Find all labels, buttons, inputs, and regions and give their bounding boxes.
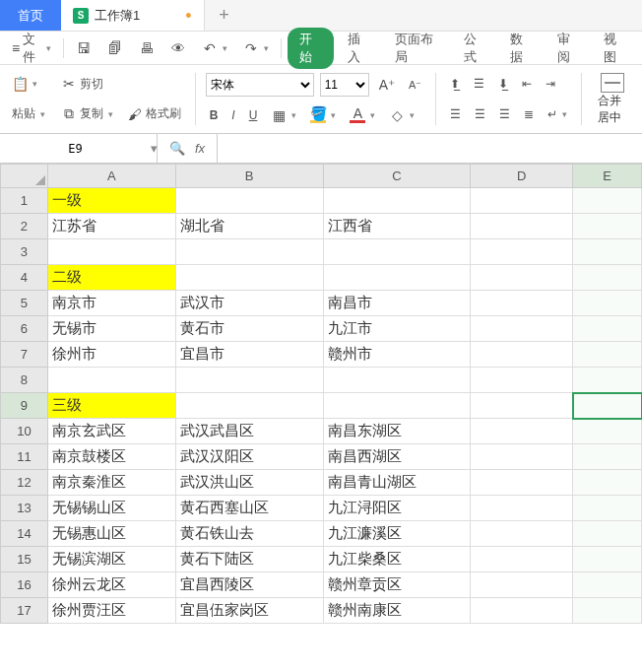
justify-button[interactable]: ≣ (520, 105, 538, 123)
cell-D2[interactable] (471, 214, 573, 239)
cell-D8[interactable] (471, 368, 573, 393)
font-size-select[interactable]: 11 (320, 73, 369, 97)
cell-B13[interactable]: 黄石西塞山区 (175, 496, 323, 521)
cell-E8[interactable] (573, 368, 642, 393)
row-header-5[interactable]: 5 (1, 291, 48, 316)
align-center-button[interactable]: ☰ (471, 105, 489, 123)
border-button[interactable]: ▦ (267, 105, 300, 125)
cell-A6[interactable]: 无锡市 (47, 316, 175, 342)
cell-B11[interactable]: 武汉汉阳区 (175, 444, 323, 470)
cell-A8[interactable] (47, 368, 175, 393)
cell-E14[interactable] (573, 521, 642, 547)
tab-view[interactable]: 视图 (594, 27, 636, 70)
italic-button[interactable]: I (227, 106, 238, 124)
cell-B1[interactable] (175, 188, 323, 214)
cell-C8[interactable] (323, 368, 471, 393)
increase-font-button[interactable]: A⁺ (375, 75, 399, 95)
cell-A14[interactable]: 无锡惠山区 (47, 521, 175, 547)
row-header-2[interactable]: 2 (1, 214, 48, 239)
cell-D1[interactable] (471, 188, 573, 214)
cell-B15[interactable]: 黄石下陆区 (175, 547, 323, 572)
qat-undo[interactable]: ↶ (196, 36, 233, 60)
copy-button[interactable]: ⧉复制 (57, 103, 117, 124)
font-select[interactable]: 宋体 (206, 73, 314, 97)
name-box-input[interactable] (0, 134, 151, 163)
cell-C14[interactable]: 九江濂溪区 (323, 521, 471, 547)
row-header-10[interactable]: 10 (1, 419, 48, 444)
cell-E12[interactable] (573, 470, 642, 496)
cell-E10[interactable] (573, 419, 642, 444)
cell-B3[interactable] (175, 239, 323, 265)
cell-D10[interactable] (471, 419, 573, 444)
cell-C10[interactable]: 南昌东湖区 (323, 419, 471, 444)
qat-save-as[interactable]: 🗐 (101, 36, 129, 60)
cell-A3[interactable] (47, 239, 175, 265)
cell-C2[interactable]: 江西省 (323, 214, 471, 239)
cell-B2[interactable]: 湖北省 (175, 214, 323, 239)
align-top-button[interactable]: ⬆̲ (446, 75, 464, 93)
cell-A11[interactable]: 南京鼓楼区 (47, 444, 175, 470)
cell-A10[interactable]: 南京玄武区 (47, 419, 175, 444)
cell-C1[interactable] (323, 188, 471, 214)
cell-B6[interactable]: 黄石市 (175, 316, 323, 342)
cell-A17[interactable]: 徐州贾汪区 (47, 598, 175, 624)
cell-E1[interactable] (573, 188, 642, 214)
row-header-7[interactable]: 7 (1, 342, 48, 368)
cell-A7[interactable]: 徐州市 (47, 342, 175, 368)
cell-D5[interactable] (471, 291, 573, 316)
cell-D15[interactable] (471, 547, 573, 572)
cell-C17[interactable]: 赣州南康区 (323, 598, 471, 624)
col-header-A[interactable]: A (47, 165, 175, 188)
cell-E5[interactable] (573, 291, 642, 316)
cell-A15[interactable]: 无锡滨湖区 (47, 547, 175, 572)
cell-E11[interactable] (573, 444, 642, 470)
cell-C5[interactable]: 南昌市 (323, 291, 471, 316)
cell-C11[interactable]: 南昌西湖区 (323, 444, 471, 470)
cell-E3[interactable] (573, 239, 642, 265)
cell-C9[interactable] (323, 393, 471, 419)
cell-B14[interactable]: 黄石铁山去 (175, 521, 323, 547)
col-header-D[interactable]: D (471, 165, 573, 188)
cell-D17[interactable] (471, 598, 573, 624)
col-header-E[interactable]: E (573, 165, 642, 188)
cell-C16[interactable]: 赣州章贡区 (323, 572, 471, 598)
cell-E9[interactable] (573, 393, 642, 419)
row-header-17[interactable]: 17 (1, 598, 48, 624)
paste-button[interactable]: 📋 (8, 74, 49, 94)
cell-B4[interactable] (175, 265, 323, 291)
font-color-button[interactable]: A (346, 105, 379, 125)
cell-D13[interactable] (471, 496, 573, 521)
row-header-12[interactable]: 12 (1, 470, 48, 496)
cell-D16[interactable] (471, 572, 573, 598)
cell-E7[interactable] (573, 342, 642, 368)
row-header-14[interactable]: 14 (1, 521, 48, 547)
cell-B9[interactable] (175, 393, 323, 419)
cell-B7[interactable]: 宜昌市 (175, 342, 323, 368)
cell-A9[interactable]: 三级 (47, 393, 175, 419)
cell-D9[interactable] (471, 393, 573, 419)
cell-C3[interactable] (323, 239, 471, 265)
cut-button[interactable]: ✂剪切 (57, 74, 185, 95)
cell-D12[interactable] (471, 470, 573, 496)
tab-start[interactable]: 开始 (288, 28, 334, 69)
cell-D3[interactable] (471, 239, 573, 265)
tab-review[interactable]: 审阅 (547, 27, 590, 70)
align-middle-button[interactable]: ☰ (470, 75, 488, 93)
cell-E17[interactable] (573, 598, 642, 624)
row-header-16[interactable]: 16 (1, 572, 48, 598)
row-header-3[interactable]: 3 (1, 239, 48, 265)
fx-icon[interactable]: fx (195, 141, 205, 156)
cell-C12[interactable]: 南昌青山湖区 (323, 470, 471, 496)
qat-print[interactable]: 🖶 (133, 36, 160, 60)
row-header-4[interactable]: 4 (1, 265, 48, 291)
cell-C13[interactable]: 九江浔阳区 (323, 496, 471, 521)
cell-D4[interactable] (471, 265, 573, 291)
align-right-button[interactable]: ☰ (495, 105, 514, 123)
qat-preview[interactable]: 👁 (164, 36, 192, 60)
cell-E13[interactable] (573, 496, 642, 521)
tab-add-button[interactable]: + (205, 0, 244, 31)
tab-data[interactable]: 数据 (500, 27, 543, 70)
cell-B10[interactable]: 武汉武昌区 (175, 419, 323, 444)
cell-A13[interactable]: 无锡锡山区 (47, 496, 175, 521)
row-header-6[interactable]: 6 (1, 316, 48, 342)
